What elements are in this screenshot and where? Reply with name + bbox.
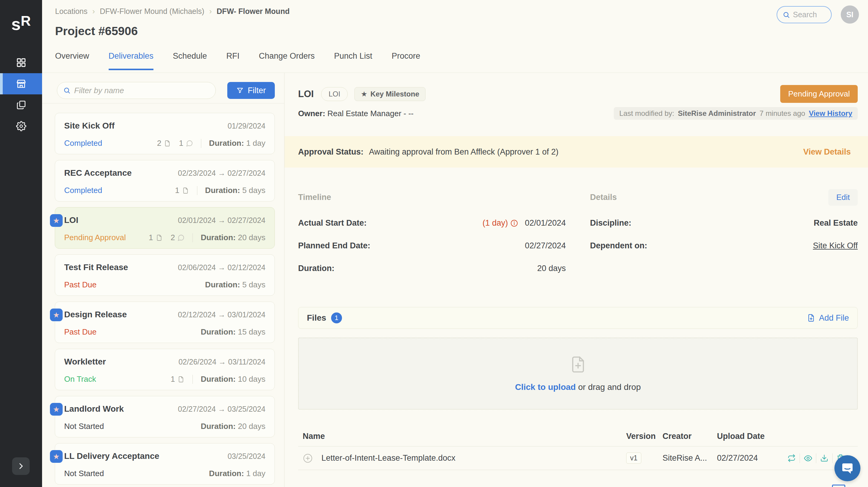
breadcrumb-location[interactable]: DFW-Flower Mound (Michaels) — [100, 7, 204, 16]
card-date: 02/12/2024 → 03/01/2024 — [178, 310, 266, 319]
duration-row: Duration: 20 days — [298, 264, 566, 273]
sidebar-item-projects[interactable] — [0, 73, 42, 94]
file-upload-dropzone[interactable]: Click to upload or drag and drop — [298, 337, 858, 410]
duration-label: Duration: — [298, 264, 334, 273]
duration-value: 1 day — [246, 469, 266, 478]
tab-overview[interactable]: Overview — [55, 52, 89, 69]
sidebar-item-documents[interactable] — [0, 94, 42, 116]
approval-status-label: Approval Status: — [298, 147, 364, 157]
detail-header: LOI LOI ★ Key Milestone Pending Approval… — [284, 73, 868, 136]
comment-icon — [177, 234, 185, 241]
file-plus-icon — [807, 314, 815, 322]
download-icon[interactable] — [816, 454, 832, 462]
status-badge: On Track — [64, 375, 96, 384]
info-circle-icon[interactable] — [510, 219, 518, 227]
sidebar-expand-button[interactable] — [12, 457, 30, 475]
filter-by-name-input[interactable] — [74, 86, 210, 95]
deliverable-card-loi[interactable]: ★ LOI 02/01/2024 → 02/27/2024 Pending Ap… — [55, 207, 275, 249]
duration-label: Duration: — [209, 469, 244, 478]
files-table: Name Version Creator Upload Date — [298, 426, 858, 470]
deliverable-card-test-fit-release[interactable]: Test Fit Release 02/06/2024 → 02/12/2024… — [55, 254, 275, 296]
duration-value: 5 days — [242, 280, 266, 289]
sidebar-item-dashboard[interactable] — [0, 52, 42, 73]
chat-widget-button[interactable] — [834, 455, 861, 481]
status-badge: Not Started — [64, 469, 104, 478]
deliverable-card-rec-acceptance[interactable]: REC Acceptance 02/23/2024 → 02/27/2024 C… — [55, 160, 275, 201]
duration-value: 20 days — [238, 422, 266, 431]
deliverable-card-ll-delivery-acceptance[interactable]: ★ LL Delivery Acceptance 03/25/2024 Not … — [55, 443, 275, 485]
search-icon — [63, 87, 70, 94]
card-title: Workletter — [64, 357, 106, 367]
duration-value: 20 days — [537, 264, 566, 273]
planned-end-row: Planned End Date: 02/27/2024 — [298, 241, 566, 251]
breadcrumb-project: DFW- Flower Mound — [217, 7, 290, 16]
deliverable-card-design-release[interactable]: ★ Design Release 02/12/2024 → 03/01/2024… — [55, 301, 275, 343]
chat-bubble-icon — [840, 461, 855, 476]
filter-by-name-field[interactable] — [57, 82, 216, 99]
file-row[interactable]: Letter-of-Intent-Lease-Template.docx v1 … — [298, 447, 858, 470]
document-icon — [182, 187, 189, 194]
tab-procore[interactable]: Procore — [392, 52, 421, 69]
dependent-label: Dependent on: — [590, 241, 647, 251]
breadcrumb: Locations › DFW-Flower Mound (Michaels) … — [55, 7, 290, 16]
view-details-link[interactable]: View Details — [803, 147, 851, 157]
logo-letter-s: s — [11, 16, 21, 33]
storefront-icon — [16, 78, 27, 89]
breadcrumb-locations[interactable]: Locations — [55, 7, 88, 16]
document-icon — [156, 234, 163, 241]
tab-rfi[interactable]: RFI — [226, 52, 240, 69]
view-history-link[interactable]: View History — [809, 109, 852, 118]
actual-start-label: Actual Start Date: — [298, 218, 367, 228]
last-modified-pill: Last modified by: SiteRise Administrator… — [614, 107, 858, 120]
filter-button[interactable]: Filter — [227, 82, 275, 99]
deliverable-card-site-kick-off[interactable]: Site Kick Off 01/29/2024 Completed 2 1 D… — [55, 113, 275, 154]
dependent-link[interactable]: Site Kick Off — [813, 241, 858, 251]
file-name: Letter-of-Intent-Lease-Template.docx — [321, 453, 456, 463]
tab-deliverables[interactable]: Deliverables — [108, 52, 154, 70]
pagination-box[interactable] — [832, 485, 845, 487]
deliverable-card-landlord-work[interactable]: ★ Landlord Work 02/27/2024 → 03/25/2024 … — [55, 396, 275, 437]
card-date: 01/29/2024 — [227, 122, 266, 130]
user-avatar[interactable]: SI — [841, 5, 859, 24]
card-title: Design Release — [64, 310, 127, 319]
deliverable-card-workletter[interactable]: Workletter 02/26/2024 → 03/11/2024 On Tr… — [55, 349, 275, 390]
approval-status-bar: Approval Status: Awaiting approval from … — [284, 136, 868, 168]
pending-approval-button[interactable]: Pending Approval — [780, 85, 858, 103]
detail-tag-pill: LOI — [321, 87, 348, 101]
add-file-button[interactable]: Add File — [807, 313, 849, 323]
chevron-separator-icon: › — [209, 7, 212, 16]
column-header-upload-date: Upload Date — [717, 432, 783, 441]
details-section: Details Edit Discipline: Real Estate Dep… — [590, 189, 858, 273]
preview-eye-icon[interactable] — [800, 454, 816, 462]
tab-punch-list[interactable]: Punch List — [334, 52, 372, 69]
column-header-name: Name — [298, 432, 626, 441]
versions-repeat-icon[interactable] — [783, 454, 800, 462]
card-title: Landlord Work — [64, 404, 124, 414]
comment-icon — [186, 140, 193, 147]
file-upload-date: 02/27/2024 — [717, 453, 783, 463]
expand-row-icon[interactable] — [303, 453, 313, 463]
doc-count: 2 — [157, 138, 161, 148]
tab-change-orders[interactable]: Change Orders — [259, 52, 315, 69]
global-search-input[interactable] — [793, 10, 826, 19]
filter-button-label: Filter — [248, 86, 266, 95]
card-date: 02/23/2024 → 02/27/2024 — [178, 169, 266, 177]
tab-schedule[interactable]: Schedule — [173, 52, 207, 69]
owner-value: Real Estate Manager - -- — [328, 109, 414, 118]
files-header-bar: Files 1 Add File — [298, 307, 858, 329]
doc-count: 1 — [149, 233, 153, 242]
sidebar-item-settings[interactable] — [0, 116, 42, 137]
global-search[interactable] — [777, 6, 832, 23]
discipline-row: Discipline: Real Estate — [590, 218, 858, 228]
star-icon: ★ — [53, 311, 60, 319]
gear-icon — [16, 121, 26, 131]
chevron-separator-icon: › — [92, 7, 95, 16]
page-title: Project #65906 — [55, 25, 138, 38]
siterise-logo[interactable]: s R — [0, 16, 42, 33]
files-table-header: Name Version Creator Upload Date — [298, 426, 858, 447]
click-to-upload-link[interactable]: Click to upload — [515, 382, 576, 392]
duration-label: Duration: — [205, 186, 240, 195]
edit-button[interactable]: Edit — [828, 189, 858, 206]
duration-value: 20 days — [238, 233, 266, 242]
funnel-icon — [236, 87, 244, 94]
